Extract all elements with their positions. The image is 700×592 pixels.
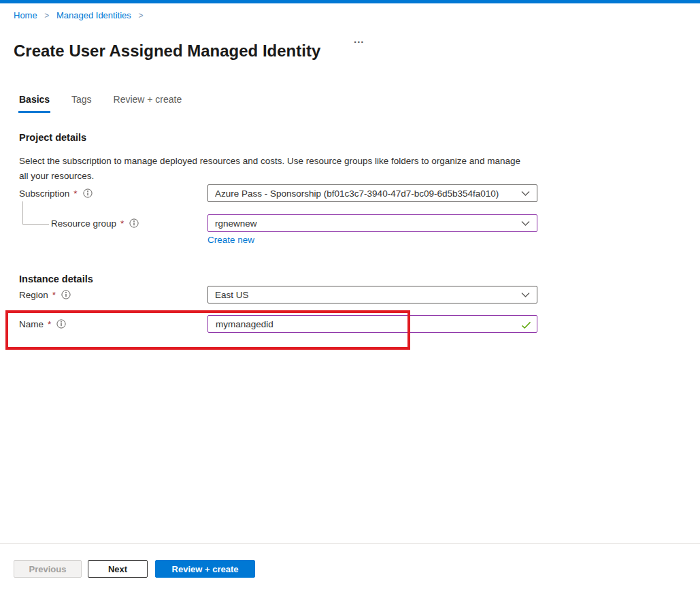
create-managed-identity-page: Home > Managed Identities > Create User … xyxy=(0,0,700,592)
resource-group-value: rgnewnew xyxy=(215,218,517,229)
resource-group-dropdown[interactable]: rgnewnew xyxy=(207,214,537,232)
subscription-label-text: Subscription xyxy=(19,188,69,199)
region-label-text: Region xyxy=(19,290,48,300)
region-label: Region * xyxy=(19,286,71,303)
required-asterisk: * xyxy=(73,188,77,199)
required-asterisk: * xyxy=(48,319,51,329)
info-icon[interactable] xyxy=(129,218,139,228)
resource-group-connector-line xyxy=(22,201,49,225)
tab-basics[interactable]: Basics xyxy=(18,94,50,113)
name-input[interactable] xyxy=(207,315,537,333)
resource-group-label-text: Resource group xyxy=(51,218,116,229)
breadcrumb-home-link[interactable]: Home xyxy=(14,10,37,20)
page-title: Create User Assigned Managed Identity xyxy=(14,42,320,61)
subscription-label: Subscription * xyxy=(19,184,93,202)
resource-group-label: Resource group * xyxy=(51,214,139,232)
valid-checkmark-icon xyxy=(521,320,531,332)
info-icon[interactable] xyxy=(56,319,66,329)
chevron-down-icon xyxy=(521,220,530,227)
tab-tags[interactable]: Tags xyxy=(71,94,93,111)
project-details-heading: Project details xyxy=(19,132,86,143)
region-value: East US xyxy=(215,290,517,300)
tab-bar: Basics Tags Review + create xyxy=(18,94,200,113)
more-options-button[interactable]: ... xyxy=(354,33,365,45)
subscription-value: Azure Pass - Sponsorship (bf01c3c7-3940-… xyxy=(215,188,517,199)
project-details-description: Select the subscription to manage deploy… xyxy=(19,154,524,184)
instance-details-heading: Instance details xyxy=(19,274,93,284)
required-asterisk: * xyxy=(120,218,124,229)
breadcrumb: Home > Managed Identities > xyxy=(14,10,148,20)
top-accent-bar xyxy=(0,0,700,3)
breadcrumb-separator: > xyxy=(138,11,143,20)
breadcrumb-managed-identities-link[interactable]: Managed Identities xyxy=(56,10,131,20)
breadcrumb-separator: > xyxy=(44,11,49,20)
info-icon[interactable] xyxy=(61,290,71,299)
create-new-link[interactable]: Create new xyxy=(207,235,254,245)
previous-button[interactable]: Previous xyxy=(14,560,82,578)
review-create-button[interactable]: Review + create xyxy=(155,560,255,578)
next-button[interactable]: Next xyxy=(88,560,148,578)
region-dropdown[interactable]: East US xyxy=(207,286,537,303)
chevron-down-icon xyxy=(521,292,530,298)
info-icon[interactable] xyxy=(83,188,93,198)
name-label-text: Name xyxy=(19,319,44,329)
footer-divider xyxy=(0,543,700,544)
chevron-down-icon xyxy=(521,191,530,197)
required-asterisk: * xyxy=(52,290,56,300)
name-label: Name * xyxy=(19,315,66,333)
subscription-dropdown[interactable]: Azure Pass - Sponsorship (bf01c3c7-3940-… xyxy=(207,184,537,202)
tab-review-create[interactable]: Review + create xyxy=(113,94,183,111)
